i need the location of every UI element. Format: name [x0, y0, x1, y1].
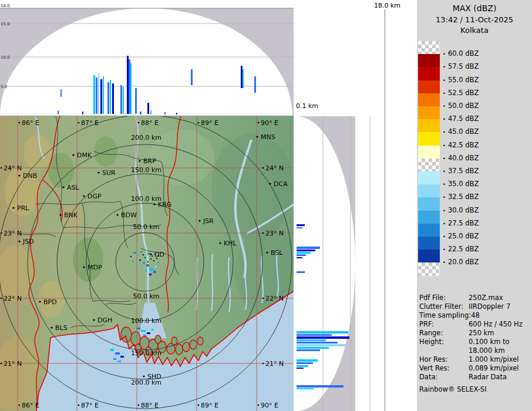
city-label: JSD: [22, 238, 34, 245]
city-dot: [62, 186, 64, 188]
radar-echo: [103, 76, 104, 114]
lon-label: 90° E: [261, 119, 278, 127]
radar-echo: [98, 73, 99, 114]
radar-echo: [141, 330, 146, 332]
legend-label: ‣ 47.5 dBZ: [443, 114, 479, 123]
info-row: Time sampling:48: [419, 311, 531, 320]
info-label: Range:: [419, 329, 469, 338]
radar-echo: [145, 270, 147, 272]
radar-echo: [123, 87, 124, 114]
height-tick-label: 10.0: [1, 55, 10, 60]
city-dot: [116, 214, 118, 215]
radar-echo: [176, 113, 177, 114]
info-value: 18.000 km: [469, 346, 531, 355]
radar-echo: [297, 247, 320, 249]
software-brand: Rainbow® SELEX-SI: [419, 385, 487, 393]
radar-echo: [100, 79, 102, 114]
legend-band: [418, 119, 440, 132]
info-label: Data:: [419, 373, 469, 382]
lat-label: 22° N: [265, 295, 284, 302]
legend-panel: MAX (dBZ) 13:42 / 11-Oct-2025 Kolkata ‣ …: [417, 0, 532, 411]
urban-mark: [147, 261, 149, 262]
radar-echo: [144, 256, 145, 258]
side-projection-plot: [297, 116, 385, 411]
radar-echo: [135, 88, 137, 114]
legend-band: [418, 80, 440, 93]
lat-label: 21° N: [265, 360, 284, 368]
legend-label: ‣ 55.0 dBZ: [443, 76, 479, 84]
legend-band: [418, 224, 440, 237]
legend-label: ‣ 50.0 dBZ: [443, 102, 479, 110]
city-label: KRG: [158, 201, 171, 208]
legend-label: ‣ 37.5 dBZ: [443, 167, 479, 175]
radar-echo: [297, 336, 349, 339]
urban-mark: [150, 258, 151, 260]
legend-band: [418, 250, 440, 262]
radar-echo: [115, 352, 120, 355]
legend-label: ‣ 22.5 dBZ: [443, 245, 479, 253]
product-datetime: 13:42 / 11-Oct-2025: [417, 15, 532, 24]
radar-echo: [117, 361, 121, 362]
range-ring-label: 100.0 km: [131, 317, 161, 325]
info-row: Range:250 km: [419, 329, 531, 338]
info-value: IIRDoppler 7: [469, 302, 531, 311]
city-label: SUR: [102, 169, 116, 177]
legend-tick-icon: ‣: [443, 51, 446, 57]
radar-echo: [297, 385, 344, 388]
city-dot: [97, 171, 99, 173]
city-label: KHL: [224, 240, 237, 247]
label-dot: [78, 122, 80, 124]
range-ring-label: 50.0 km: [133, 223, 159, 231]
info-row: Clutter Filter:IIRDoppler 7: [419, 302, 531, 311]
legend-band: [418, 93, 440, 106]
radar-echo: [297, 359, 318, 362]
city-dot: [150, 253, 151, 255]
city-dot: [266, 251, 268, 253]
side-axis-min-label: 0.1 km: [296, 102, 318, 110]
radar-echo: [297, 271, 305, 273]
label-dot: [78, 405, 80, 406]
city-dot: [83, 266, 85, 268]
lon-label: 86° E: [22, 119, 39, 127]
radar-echo: [134, 252, 136, 254]
radar-echo: [96, 78, 97, 114]
radar-echo: [143, 335, 146, 336]
city-label: SHD: [147, 373, 161, 380]
legend-label: ‣ 60.0 dBZ: [443, 49, 479, 58]
product-title: MAX (dBZ): [417, 0, 532, 13]
city-label: DGP: [87, 193, 102, 200]
radar-echo: [137, 328, 140, 329]
radar-echo: [137, 255, 138, 256]
legend-tick-icon: ‣: [443, 116, 446, 122]
radar-echo: [297, 334, 332, 336]
legend-band-checker: [418, 41, 440, 54]
lon-label: 88° E: [141, 119, 159, 127]
info-value: 0.089 km/pixel: [469, 364, 531, 373]
legend-colorbar: ‣ 60.0 dBZ‣ 57.5 dBZ‣ 55.0 dBZ‣ 52.5 dBZ…: [417, 41, 532, 277]
legend-band: [418, 132, 440, 145]
radar-echo: [297, 257, 302, 258]
radar-echo: [136, 264, 137, 265]
radar-echo: [120, 356, 124, 358]
radar-echo: [132, 261, 133, 262]
legend-tick-icon: ‣: [443, 78, 446, 83]
info-value: 250 km: [469, 329, 531, 338]
radar-display-app: 18.015.010.05.0 0.1 km 18.0 km: [0, 0, 532, 411]
radar-echo: [110, 80, 111, 114]
radar-echo: [130, 63, 132, 114]
radar-echo: [241, 66, 243, 88]
legend-tick-icon: ‣: [443, 194, 446, 200]
top-projection-plot: 18.015.010.05.0: [0, 0, 294, 116]
radar-echo: [153, 271, 156, 273]
city-label: BLS: [55, 324, 68, 332]
info-row: Pdf File:250Z.max: [419, 294, 531, 302]
height-tick-label: 5.0: [1, 85, 7, 89]
radar-echo: [254, 76, 256, 93]
city-label: DCA: [274, 180, 288, 188]
city-label: BSL: [271, 249, 283, 257]
city-dot: [256, 136, 258, 137]
legend-tick-icon: ‣: [443, 260, 446, 265]
legend-tick-icon: ‣: [443, 129, 446, 135]
legend-band: [418, 106, 440, 119]
city-label: JSR: [203, 217, 214, 225]
